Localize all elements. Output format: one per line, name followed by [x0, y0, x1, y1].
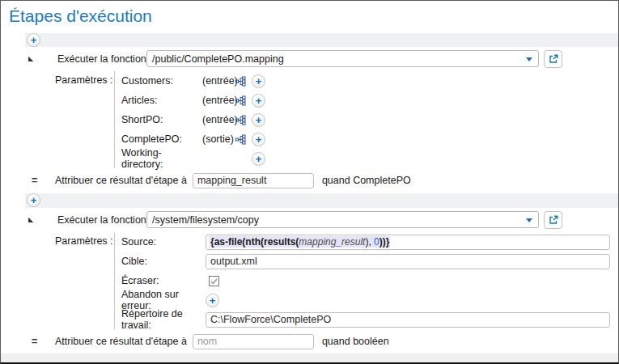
tree-structure-icon: [235, 115, 246, 125]
parameter-row-customers: Customers: (entrée) +: [121, 71, 610, 91]
collapse-triangle-icon[interactable]: ◣: [28, 216, 36, 224]
set-parameter-button[interactable]: +: [206, 294, 219, 307]
set-parameter-button[interactable]: +: [252, 152, 265, 166]
set-parameter-button[interactable]: +: [252, 74, 265, 88]
set-parameter-button[interactable]: +: [252, 133, 265, 146]
tree-structure-icon: [235, 95, 246, 106]
step-gutter-middle: +: [25, 193, 618, 208]
function-row: ◣ Exécuter la fonction /system/filesyste…: [25, 210, 618, 229]
parameter-name: Cible:: [121, 256, 206, 267]
set-parameter-button[interactable]: +: [252, 94, 265, 108]
function-path-value: /system/filesystem/copy: [152, 214, 259, 226]
assign-result-row: = Attribuer ce résultat d'étape à quand …: [25, 170, 618, 191]
function-path-combobox[interactable]: /system/filesystem/copy: [146, 211, 539, 228]
equals-icon: =: [32, 175, 55, 186]
source-expression-input[interactable]: {as-file(nth(results(mapping_result), 0)…: [206, 235, 610, 250]
parameter-name: Articles:: [121, 95, 202, 106]
function-label: Exécuter la fonction: [57, 214, 146, 226]
parameter-name: Working-directory:: [121, 147, 202, 170]
target-input[interactable]: [206, 254, 610, 269]
function-row: ◣ Exécuter la fonction /public/CompleteP…: [25, 49, 618, 68]
checkmark-icon: [210, 277, 218, 286]
external-link-icon: [549, 215, 558, 225]
expression-text: {as-file(nth(results(mapping_result), 0)…: [210, 236, 390, 248]
parameter-name: ShortPO:: [121, 114, 202, 125]
assign-result-label: Attribuer ce résultat d'étape à: [55, 175, 187, 186]
working-directory-input[interactable]: [206, 312, 610, 328]
assign-result-row: = Attribuer ce résultat d'étape à quand …: [25, 331, 618, 352]
function-label: Exécuter la fonction: [57, 53, 146, 65]
parameter-row-working-directory: Working-directory: +: [121, 149, 610, 168]
assign-condition: quand booléen: [322, 336, 389, 347]
parameter-direction: (sortie): [202, 133, 235, 145]
overwrite-checkbox[interactable]: [209, 276, 219, 286]
execution-step-1: ◣ Exécuter la fonction /public/CompleteP…: [25, 47, 618, 193]
parameter-rows: Customers: (entrée) + Articles: (entrée)…: [114, 71, 618, 168]
parameter-row-abort-on-error: Abandon sur erreur: +: [121, 290, 610, 310]
execution-steps-area: + ◣ Exécuter la fonction /public/Complet…: [25, 33, 618, 354]
parameter-row-completepo: CompletePO: (sortie) +: [121, 129, 610, 149]
assign-result-label: Attribuer ce résultat d'étape à: [55, 336, 187, 347]
open-function-button[interactable]: [544, 50, 562, 68]
parameter-row-source: Source: {as-file(nth(results(mapping_res…: [121, 232, 610, 252]
add-step-button[interactable]: +: [27, 33, 40, 47]
page-title: Étapes d'exécution: [9, 6, 618, 27]
function-path-value: /public/CompletePO.mapping: [152, 53, 284, 65]
parameter-name: Source:: [121, 236, 206, 248]
parameter-name: Écraser:: [121, 275, 206, 286]
result-name-input[interactable]: [193, 173, 314, 188]
parameter-row-shortpo: ShortPO: (entrée) +: [121, 110, 610, 129]
parameter-name: Répertoire de travail:: [121, 308, 206, 331]
parameters-section: Paramètres : Customers: (entrée) + Artic…: [25, 71, 618, 168]
parameters-label: Paramètres :: [55, 71, 114, 168]
window-bottom-edge: [1, 353, 618, 362]
parameter-name: Customers:: [121, 75, 202, 87]
chevron-down-icon: [526, 218, 532, 222]
parameter-direction: (entrée): [202, 75, 235, 87]
parameter-row-target: Cible:: [121, 252, 610, 271]
parameter-row-overwrite: Écraser:: [121, 271, 610, 290]
parameter-direction: (entrée): [202, 114, 235, 125]
function-path-combobox[interactable]: /public/CompletePO.mapping: [146, 50, 539, 67]
open-function-button[interactable]: [544, 211, 562, 229]
parameter-direction: (entrée): [202, 95, 235, 106]
assign-condition: quand CompletePO: [322, 175, 411, 186]
external-link-icon: [549, 54, 558, 64]
collapse-triangle-icon[interactable]: ◣: [28, 55, 36, 63]
parameter-name: CompletePO:: [121, 133, 202, 145]
parameter-rows: Source: {as-file(nth(results(mapping_res…: [114, 232, 618, 329]
parameters-label: Paramètres :: [55, 232, 114, 329]
set-parameter-button[interactable]: +: [252, 113, 265, 127]
equals-icon: =: [32, 336, 55, 347]
chevron-down-icon: [526, 57, 532, 61]
result-name-input[interactable]: [193, 334, 314, 349]
parameter-row-articles: Articles: (entrée) +: [121, 91, 610, 110]
execution-step-2: ◣ Exécuter la fonction /system/filesyste…: [25, 208, 618, 354]
tree-structure-icon: [235, 76, 246, 87]
parameters-section: Paramètres : Source: {as-file(nth(result…: [25, 232, 618, 329]
tree-structure-icon: [235, 134, 246, 145]
add-step-button[interactable]: +: [27, 193, 40, 207]
parameter-row-working-dir: Répertoire de travail:: [121, 310, 610, 329]
step-gutter-top: +: [25, 33, 618, 47]
